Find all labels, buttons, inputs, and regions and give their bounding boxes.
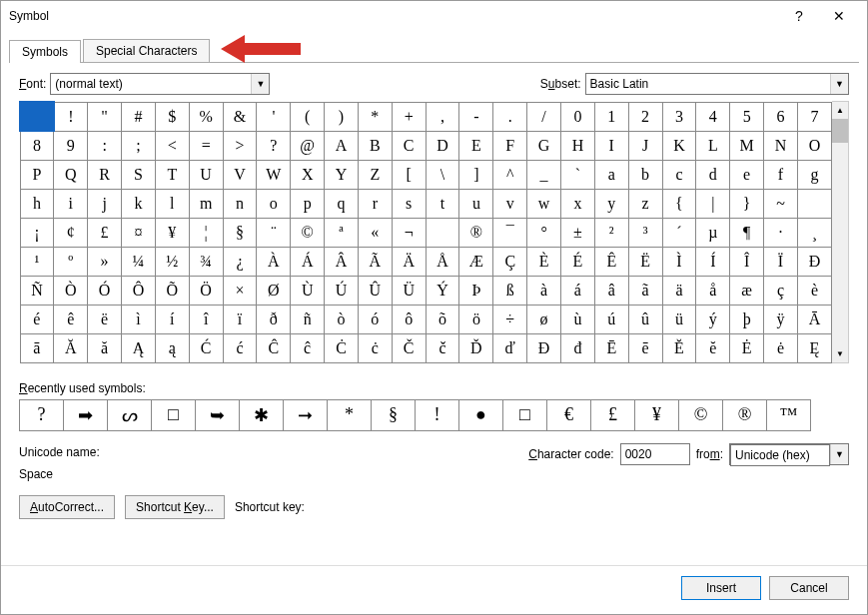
symbol-cell[interactable]: Æ bbox=[459, 247, 493, 276]
symbol-cell[interactable]: ~ bbox=[764, 189, 798, 218]
symbol-cell[interactable]: ã bbox=[628, 276, 662, 305]
symbol-cell[interactable]: > bbox=[223, 131, 257, 160]
insert-button[interactable]: Insert bbox=[681, 576, 761, 600]
symbol-cell[interactable]: ` bbox=[561, 160, 595, 189]
symbol-cell[interactable]: ÷ bbox=[493, 305, 527, 333]
symbol-cell[interactable]: Í bbox=[696, 247, 730, 276]
symbol-cell[interactable]: . bbox=[493, 102, 527, 131]
grid-scrollbar[interactable]: ▲ ▼ bbox=[832, 101, 849, 363]
symbol-cell[interactable]: < bbox=[155, 131, 189, 160]
symbol-cell[interactable]: Ó bbox=[88, 276, 122, 305]
symbol-cell[interactable]: t bbox=[426, 189, 459, 218]
symbol-cell[interactable]: á bbox=[561, 276, 595, 305]
symbol-cell[interactable]: R bbox=[88, 160, 122, 189]
symbol-cell[interactable]: ć bbox=[223, 333, 257, 362]
symbol-cell[interactable]: Á bbox=[291, 247, 325, 276]
recent-symbol-cell[interactable]: □ bbox=[503, 400, 547, 430]
symbol-cell[interactable]: Ĉ bbox=[257, 333, 291, 362]
recent-symbol-cell[interactable]: * bbox=[328, 400, 372, 430]
font-select[interactable]: ▼ bbox=[50, 73, 270, 95]
symbol-cell[interactable]: ñ bbox=[291, 305, 325, 333]
symbol-cell[interactable]: j bbox=[88, 189, 122, 218]
recent-symbol-cell[interactable]: ᔕ bbox=[108, 400, 152, 430]
symbol-cell[interactable]: Û bbox=[358, 276, 392, 305]
symbol-cell[interactable]: Å bbox=[426, 247, 459, 276]
symbol-cell[interactable]: ë bbox=[88, 305, 122, 333]
symbol-cell[interactable]: ê bbox=[54, 305, 88, 333]
symbol-cell[interactable]: % bbox=[189, 102, 223, 131]
symbol-cell[interactable]: L bbox=[696, 131, 730, 160]
symbol-cell[interactable]: ^ bbox=[493, 160, 527, 189]
symbol-cell[interactable]: ă bbox=[88, 333, 122, 362]
symbol-cell[interactable]: Ċ bbox=[325, 333, 359, 362]
symbol-cell[interactable]: Ę bbox=[797, 333, 831, 362]
symbol-cell[interactable]: Ü bbox=[392, 276, 426, 305]
symbol-cell[interactable]: Ď bbox=[459, 333, 493, 362]
symbol-cell[interactable]: í bbox=[155, 305, 189, 333]
symbol-cell[interactable]: # bbox=[122, 102, 156, 131]
symbol-cell[interactable]: û bbox=[628, 305, 662, 333]
symbol-cell[interactable]: @ bbox=[291, 131, 325, 160]
from-input[interactable] bbox=[730, 444, 830, 466]
symbol-cell[interactable]: w bbox=[527, 189, 561, 218]
symbol-cell[interactable]: : bbox=[88, 131, 122, 160]
help-button[interactable]: ? bbox=[779, 8, 819, 24]
symbol-cell[interactable]: ´ bbox=[662, 218, 696, 247]
symbol-cell[interactable]: ó bbox=[358, 305, 392, 333]
symbol-cell[interactable]: ' bbox=[257, 102, 291, 131]
symbol-cell[interactable]: Ú bbox=[325, 276, 359, 305]
symbol-cell[interactable]: ¢ bbox=[54, 218, 88, 247]
symbol-cell[interactable]: ð bbox=[257, 305, 291, 333]
symbol-cell[interactable]: É bbox=[561, 247, 595, 276]
symbol-cell[interactable]: ¿ bbox=[223, 247, 257, 276]
symbol-cell[interactable]: i bbox=[54, 189, 88, 218]
symbol-cell[interactable]: õ bbox=[426, 305, 459, 333]
symbol-cell[interactable]: x bbox=[561, 189, 595, 218]
symbol-cell[interactable]: b bbox=[628, 160, 662, 189]
symbol-cell[interactable]: I bbox=[594, 131, 628, 160]
cancel-button[interactable]: Cancel bbox=[769, 576, 849, 600]
symbol-cell[interactable]: V bbox=[223, 160, 257, 189]
symbol-cell[interactable]: ú bbox=[594, 305, 628, 333]
symbol-cell[interactable]: A bbox=[325, 131, 359, 160]
symbol-cell[interactable]: ċ bbox=[358, 333, 392, 362]
symbol-cell[interactable]: k bbox=[122, 189, 156, 218]
symbol-cell[interactable]: ­ bbox=[426, 218, 459, 247]
symbol-cell[interactable]: ; bbox=[122, 131, 156, 160]
symbol-cell[interactable]: č bbox=[426, 333, 459, 362]
symbol-cell[interactable]: ¤ bbox=[122, 218, 156, 247]
chevron-down-icon[interactable]: ▼ bbox=[830, 74, 848, 94]
subset-input[interactable] bbox=[586, 74, 830, 94]
symbol-cell[interactable]: ä bbox=[662, 276, 696, 305]
recent-symbol-cell[interactable]: § bbox=[372, 400, 416, 430]
symbol-cell[interactable]: g bbox=[797, 160, 831, 189]
symbol-cell[interactable]: Ò bbox=[54, 276, 88, 305]
symbol-cell[interactable]: s bbox=[392, 189, 426, 218]
symbol-cell[interactable]: § bbox=[223, 218, 257, 247]
symbol-cell[interactable]: D bbox=[426, 131, 459, 160]
symbol-cell[interactable]: G bbox=[527, 131, 561, 160]
symbol-cell[interactable]: ĕ bbox=[696, 333, 730, 362]
symbol-cell[interactable]: ì bbox=[122, 305, 156, 333]
close-button[interactable]: ✕ bbox=[819, 8, 859, 24]
symbol-cell[interactable]: Z bbox=[358, 160, 392, 189]
symbol-cell[interactable]: Ă bbox=[54, 333, 88, 362]
recent-symbol-cell[interactable]: £ bbox=[591, 400, 635, 430]
symbol-cell[interactable]: ď bbox=[493, 333, 527, 362]
symbol-cell[interactable]: Ô bbox=[122, 276, 156, 305]
symbol-cell[interactable]: ¸ bbox=[797, 218, 831, 247]
symbol-cell[interactable]: ± bbox=[561, 218, 595, 247]
symbol-cell[interactable]: à bbox=[527, 276, 561, 305]
symbol-cell[interactable]: Ö bbox=[189, 276, 223, 305]
symbol-cell[interactable]: l bbox=[155, 189, 189, 218]
symbol-cell[interactable]: Ē bbox=[594, 333, 628, 362]
symbol-cell[interactable]: M bbox=[730, 131, 764, 160]
symbol-cell[interactable]: ¼ bbox=[122, 247, 156, 276]
symbol-cell[interactable]: o bbox=[257, 189, 291, 218]
symbol-cell[interactable]: X bbox=[291, 160, 325, 189]
symbol-cell[interactable]: ò bbox=[325, 305, 359, 333]
symbol-cell[interactable]: a bbox=[594, 160, 628, 189]
symbol-cell[interactable]: Ý bbox=[426, 276, 459, 305]
recent-symbol-cell[interactable]: ➡ bbox=[64, 400, 108, 430]
symbol-cell[interactable]: \ bbox=[426, 160, 459, 189]
